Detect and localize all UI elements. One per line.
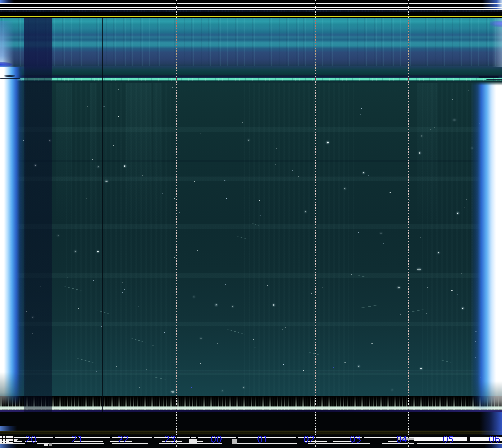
dusk-glow-upper-left: [0, 21, 14, 68]
keogram-stage: 2021222300010203040506: [0, 0, 502, 448]
dark-slit-line: [0, 76, 502, 78]
band-transition-zone: [0, 66, 502, 76]
top-glitch-line-1: [0, 3, 502, 4]
twilight-corner-glow-top-left: [0, 0, 14, 3]
top-glitch-line-2: [0, 7, 502, 8]
twilight-corner-glow-bottom-left-b: [0, 444, 17, 448]
twilight-corner-glow-bottom-right-b: [484, 444, 502, 448]
camera-gap-column: [24, 18, 52, 413]
indigo-smudge-right: [490, 21, 502, 27]
cloud-band: [0, 18, 502, 66]
timestamp-barcode-block: [0, 436, 14, 443]
dawn-horizon-stripe: [0, 406, 502, 410]
dusk-glow-column-left: [0, 67, 26, 406]
bottom-black-strip: [0, 412, 502, 448]
airglow-line: [0, 78, 502, 81]
twilight-corner-glow-bottom-left-a: [0, 427, 17, 431]
twilight-corner-glow-bottom-right-a: [480, 412, 502, 435]
starfield: [0, 83, 502, 396]
dawn-glow-column-right: [470, 81, 502, 411]
yellow-marker-line: [0, 16, 502, 17]
frame-seam-line: [102, 18, 103, 413]
olive-tint-band: [0, 430, 502, 435]
navy-speckle-row: [0, 10, 502, 12]
